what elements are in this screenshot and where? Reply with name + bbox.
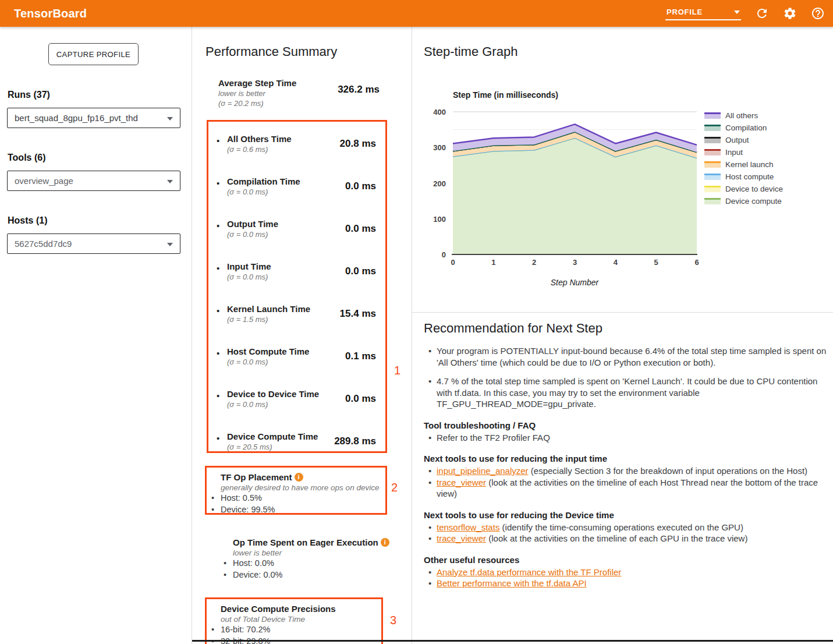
step-time-graph-card: Step-time Graph Step Time (in millisecon…	[412, 27, 833, 313]
average-step-time-value: 326.2 ms	[338, 84, 380, 95]
annotation-number-1: 1	[394, 364, 400, 377]
recommendation-item: trace_viewer (look at the activities on …	[424, 477, 829, 500]
right-panel: Step-time Graph Step Time (in millisecon…	[412, 27, 833, 644]
perf-item-value: 20.8 ms	[340, 138, 376, 150]
tools-select-value: overview_page	[15, 176, 73, 186]
hosts-select[interactable]: 5627c5dd7dc9	[7, 233, 180, 254]
annotation-box-1: •All Others Time(σ = 0.6 ms)20.8 ms•Comp…	[207, 120, 387, 453]
recommendation-link[interactable]: tensorflow_stats	[437, 522, 499, 532]
legend-item: All others	[704, 109, 783, 122]
tf-op-placement-item: Device: 99.5%	[221, 504, 385, 516]
refresh-icon[interactable]	[755, 6, 769, 20]
legend-label: Host compute	[725, 172, 774, 181]
recommendation-item: trace_viewer (look at the activities on …	[424, 533, 829, 544]
recommendation-heading: Other useful resources	[424, 554, 829, 565]
eager-execution-block: Op Time Spent on Eager Executioni lower …	[219, 533, 399, 581]
perf-item-value: 0.1 ms	[345, 351, 376, 362]
hosts-select-value: 5627c5dd7dc9	[15, 239, 72, 249]
legend-swatch	[704, 125, 721, 131]
chart-xaxis-label: Step Number	[551, 278, 600, 287]
legend-item: Device to device	[704, 183, 783, 195]
legend-item: Output	[704, 134, 783, 146]
annotation-number-2: 2	[391, 481, 398, 494]
recommendation-bullet: Your program is POTENTIALLY input-bound …	[424, 345, 829, 368]
perf-item-value: 15.4 ms	[340, 308, 376, 320]
info-icon[interactable]: i	[295, 473, 303, 482]
chevron-down-icon	[167, 180, 173, 183]
recommendation-link[interactable]: Analyze tf.data performance with the TF …	[437, 567, 621, 577]
device-compute-precision-item: 16-bit: 70.2%	[221, 624, 381, 636]
recommendation-item: tensorflow_stats (identify the time-cons…	[424, 522, 829, 533]
eager-execution-item: Host: 0.0%	[233, 558, 399, 569]
app-header: TensorBoard PROFILE	[0, 0, 833, 27]
capture-profile-button[interactable]: CAPTURE PROFILE	[48, 43, 139, 65]
tf-op-placement-subtitle: generally desired to have more ops on de…	[221, 483, 385, 493]
recommendation-link[interactable]: trace_viewer	[437, 533, 486, 543]
chart-legend: All othersCompilationOutputInputKernel l…	[704, 109, 783, 207]
recommendation-link[interactable]: input_pipeline_analyzer	[437, 466, 529, 476]
info-icon[interactable]: i	[381, 538, 389, 547]
perf-item-value: 289.8 ms	[334, 436, 376, 447]
perf-summary-item: •Device Compute Time(σ = 20.5 ms)289.8 m…	[217, 431, 377, 452]
bullet-icon: •	[217, 136, 219, 146]
tools-select[interactable]: overview_page	[7, 171, 180, 191]
settings-gear-icon[interactable]	[783, 6, 797, 20]
performance-summary-panel: Performance Summary Average Step Time lo…	[192, 27, 412, 644]
bullet-icon: •	[217, 391, 219, 401]
x-tick-label: 5	[654, 258, 658, 267]
legend-item: Host compute	[704, 171, 783, 183]
perf-item-value: 0.0 ms	[345, 393, 376, 405]
recommendation-title: Recommendation for Next Step	[424, 321, 829, 336]
x-tick-label: 0	[451, 258, 455, 267]
legend-label: Compilation	[725, 123, 767, 132]
recommendation-item: Analyze tf.data performance with the TF …	[424, 567, 829, 578]
legend-label: Device to device	[725, 185, 783, 193]
help-icon[interactable]	[811, 6, 825, 20]
legend-label: All others	[725, 111, 758, 120]
average-step-time: Average Step Time lower is better (σ = 2…	[218, 78, 335, 108]
perf-item-value: 0.0 ms	[345, 266, 376, 277]
chevron-down-icon	[734, 10, 740, 14]
x-tick-label: 6	[694, 258, 699, 267]
annotation-number-3: 3	[390, 614, 396, 627]
average-step-time-label: Average Step Time	[218, 78, 335, 89]
legend-item: Input	[704, 146, 783, 158]
runs-select-value: bert_squad_8gpu_fp16_pvt_thd	[15, 113, 138, 123]
hosts-label: Hosts (1)	[8, 215, 47, 226]
perf-summary-item: •Output Time(σ = 0.0 ms)0.0 ms	[217, 219, 377, 239]
dashboard-selector[interactable]: PROFILE	[665, 6, 741, 20]
perf-summary-item: •Kernel Launch Time(σ = 1.5 ms)15.4 ms	[217, 304, 377, 324]
recommendation-section: Recommendation for Next Step Your progra…	[424, 321, 829, 589]
chevron-down-icon	[167, 117, 173, 121]
sidebar: CAPTURE PROFILE Runs (37) bert_squad_8gp…	[0, 27, 192, 644]
app-title: TensorBoard	[14, 7, 87, 20]
recommendation-heading: Next tools to use for reducing the input…	[424, 453, 829, 464]
bullet-icon: •	[217, 433, 219, 443]
annotation-box-2: TF Op Placementi generally desired to ha…	[205, 466, 387, 515]
recommendation-item: Better performance with the tf.data API	[424, 578, 829, 589]
bullet-icon: •	[217, 178, 219, 188]
device-compute-precisions-subtitle: out of Total Device Time	[221, 614, 381, 624]
bullet-icon: •	[217, 263, 219, 273]
perf-item-value: 0.0 ms	[345, 223, 376, 235]
bottom-divider	[192, 640, 833, 642]
tf-op-placement-item: Host: 0.5%	[221, 493, 385, 504]
chart-axis-title: Step Time (in milliseconds)	[453, 90, 558, 100]
area-device-compute	[453, 138, 697, 254]
bullet-icon: •	[217, 306, 219, 316]
recommendation-link[interactable]: Better performance with the tf.data API	[437, 578, 587, 588]
legend-swatch	[704, 112, 721, 119]
y-tick-label: 200	[433, 179, 446, 188]
x-tick-label: 2	[532, 258, 536, 267]
eager-execution-title: Op Time Spent on Eager Executioni	[233, 537, 399, 548]
recommendation-link[interactable]: trace_viewer	[437, 477, 486, 487]
recommendation-list: Refer to the TF2 Profiler FAQ	[424, 432, 829, 444]
runs-select[interactable]: bert_squad_8gpu_fp16_pvt_thd	[7, 108, 180, 128]
step-time-chart: Step Time (in milliseconds) Step Number …	[412, 85, 715, 295]
tf-op-placement-title: TF Op Placementi	[221, 472, 385, 483]
performance-summary-title: Performance Summary	[205, 44, 337, 59]
legend-swatch	[704, 161, 721, 168]
recommendation-list: input_pipeline_analyzer (especially Sect…	[424, 465, 829, 500]
y-tick-label: 400	[433, 108, 446, 116]
bullet-icon: •	[217, 221, 219, 231]
